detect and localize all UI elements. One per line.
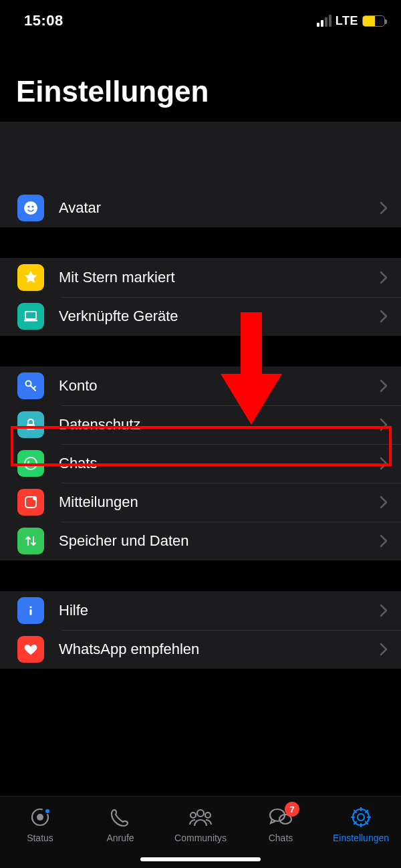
whatsapp-icon — [17, 450, 44, 477]
svg-point-14 — [45, 809, 49, 813]
svg-point-13 — [37, 814, 43, 821]
chevron-right-icon — [380, 496, 388, 509]
chevron-right-icon — [380, 534, 388, 548]
cellular-signal-icon — [317, 15, 331, 27]
row-starred[interactable]: Mit Stern markiert — [0, 258, 401, 297]
settings-group-1: Avatar — [0, 122, 401, 227]
row-avatar-label: Avatar — [59, 199, 380, 217]
battery-icon — [362, 15, 385, 27]
chevron-right-icon — [380, 271, 388, 284]
svg-point-16 — [190, 812, 196, 818]
svg-rect-11 — [30, 609, 32, 615]
svg-point-1 — [27, 205, 29, 207]
heart-icon — [17, 636, 44, 663]
tab-status[interactable]: Status — [7, 806, 74, 843]
tab-status-label: Status — [27, 833, 53, 843]
key-icon — [17, 372, 44, 399]
svg-rect-4 — [24, 320, 37, 322]
tab-chats-badge: 7 — [285, 802, 299, 817]
svg-point-20 — [358, 814, 364, 821]
row-storage[interactable]: Speicher und Daten — [0, 522, 401, 560]
chevron-right-icon — [380, 418, 388, 431]
svg-point-9 — [33, 496, 37, 500]
row-linked-devices[interactable]: Verknüpfte Geräte — [0, 297, 401, 336]
row-account-label: Konto — [59, 377, 380, 395]
lock-icon — [17, 411, 44, 438]
settings-group-2: Mit Stern markiert Verknüpfte Geräte — [0, 258, 401, 336]
row-chats-label: Chats — [59, 455, 380, 472]
arrows-up-down-icon — [17, 528, 44, 554]
row-share-label: WhatsApp empfehlen — [59, 641, 380, 658]
row-notifications-label: Mitteilungen — [59, 494, 380, 511]
svg-point-2 — [31, 205, 33, 207]
svg-point-7 — [25, 457, 37, 469]
svg-point-0 — [24, 201, 37, 215]
svg-rect-6 — [27, 424, 35, 430]
row-privacy[interactable]: Datenschutz — [0, 405, 401, 444]
chevron-right-icon — [380, 604, 388, 617]
network-label: LTE — [336, 14, 358, 28]
chevron-right-icon — [380, 457, 388, 470]
settings-group-3: Konto Datenschutz Chats Mitteilungen Spe… — [0, 366, 401, 560]
row-help-label: Hilfe — [59, 602, 380, 619]
row-linked-label: Verknüpfte Geräte — [59, 308, 380, 325]
chevron-right-icon — [380, 379, 388, 393]
row-share[interactable]: WhatsApp empfehlen — [0, 630, 401, 669]
row-notifications[interactable]: Mitteilungen — [0, 483, 401, 522]
status-time: 15:08 — [24, 12, 63, 29]
svg-point-17 — [205, 812, 211, 818]
chevron-right-icon — [380, 643, 388, 656]
page-title: Einstellungen — [0, 33, 401, 122]
tab-communities[interactable]: Communitys — [167, 806, 234, 843]
chevron-right-icon — [380, 201, 388, 215]
star-icon — [17, 264, 44, 291]
tab-chats-label: Chats — [269, 833, 293, 843]
row-privacy-label: Datenschutz — [59, 416, 380, 433]
tab-settings[interactable]: Einstellungen — [327, 806, 394, 843]
row-help[interactable]: Hilfe — [0, 591, 401, 630]
svg-point-15 — [197, 810, 204, 817]
laptop-icon — [17, 303, 44, 330]
info-icon — [17, 597, 44, 624]
status-bar: 15:08 LTE — [0, 0, 401, 33]
tab-calls[interactable]: Anrufe — [87, 806, 154, 843]
tab-settings-label: Einstellungen — [333, 833, 389, 843]
avatar-face-icon — [17, 195, 44, 221]
home-indicator[interactable] — [140, 857, 261, 861]
tab-community-label: Communitys — [174, 833, 227, 843]
svg-point-21 — [353, 809, 369, 825]
row-account[interactable]: Konto — [0, 366, 401, 405]
svg-rect-3 — [25, 312, 36, 319]
row-avatar[interactable]: Avatar — [0, 189, 401, 227]
notification-square-icon — [17, 489, 44, 516]
svg-point-10 — [29, 606, 31, 608]
tab-chats[interactable]: 7 Chats — [247, 806, 314, 843]
chevron-right-icon — [380, 310, 388, 323]
row-starred-label: Mit Stern markiert — [59, 269, 380, 286]
status-right: LTE — [317, 14, 385, 28]
settings-group-4: Hilfe WhatsApp empfehlen — [0, 591, 401, 669]
tab-calls-label: Anrufe — [106, 833, 134, 843]
row-storage-label: Speicher und Daten — [59, 532, 380, 550]
row-chats[interactable]: Chats — [0, 444, 401, 483]
